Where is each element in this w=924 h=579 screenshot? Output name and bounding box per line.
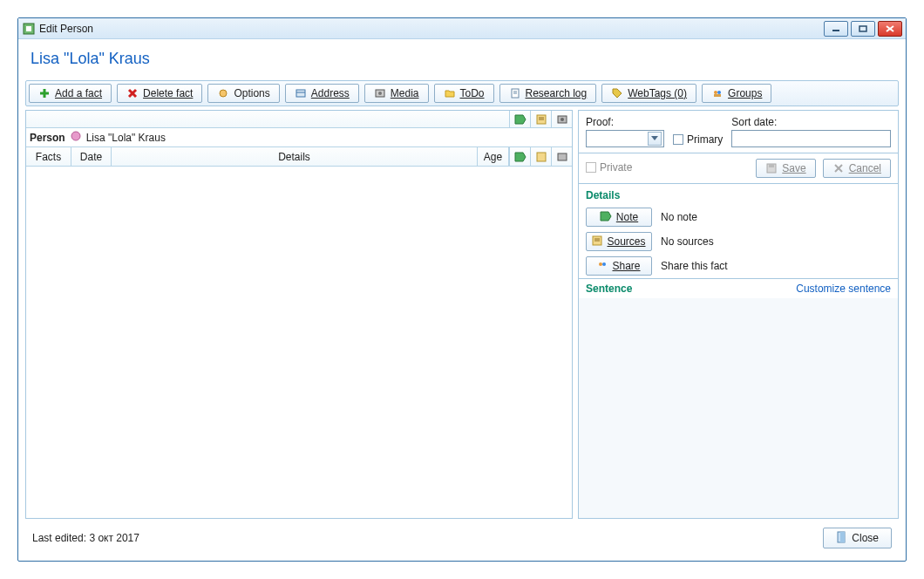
svg-point-25: [561, 118, 564, 121]
chevron-down-icon: [648, 132, 662, 146]
media-column-icon[interactable]: [551, 111, 572, 127]
svg-rect-11: [296, 90, 305, 97]
private-checkbox[interactable]: Private: [586, 161, 632, 174]
sortdate-label: Sort date:: [731, 116, 891, 128]
customize-sentence-link[interactable]: Customize sentence: [796, 283, 891, 295]
delete-fact-button[interactable]: Delete fact: [117, 84, 202, 103]
maximize-button[interactable]: [851, 21, 875, 37]
details-heading: Details: [579, 184, 898, 205]
facts-body: [26, 167, 572, 518]
minimize-button[interactable]: [824, 21, 848, 37]
media-button[interactable]: Media: [364, 84, 429, 103]
col-note-icon[interactable]: [509, 147, 530, 166]
svg-point-19: [717, 91, 721, 94]
sortdate-input[interactable]: [731, 130, 891, 147]
media-icon: [374, 87, 386, 99]
col-source-icon[interactable]: [530, 147, 551, 166]
plus-icon: [38, 87, 51, 99]
svg-rect-39: [840, 532, 845, 542]
window-title: Edit Person: [39, 23, 824, 35]
facts-columns: Facts Date Details Age: [26, 147, 572, 167]
svg-point-26: [71, 132, 80, 140]
todo-button[interactable]: ToDo: [434, 84, 494, 103]
note-icon: [600, 211, 612, 224]
svg-rect-1: [26, 26, 31, 31]
share-text: Share this fact: [661, 260, 728, 272]
folder-icon: [444, 87, 456, 99]
person-row-name: Lisa "Lola" Kraus: [86, 132, 166, 144]
disk-icon: [765, 162, 778, 174]
save-button[interactable]: Save: [756, 159, 815, 178]
cancel-button[interactable]: Cancel: [823, 159, 891, 178]
primary-checkbox[interactable]: Primary: [673, 133, 723, 146]
x-icon: [832, 162, 845, 174]
close-window-button[interactable]: [878, 21, 902, 37]
svg-rect-20: [714, 94, 721, 97]
person-row-label: Person: [30, 132, 65, 144]
last-edited-text: Last edited: 3 окт 2017: [32, 532, 823, 544]
col-details[interactable]: Details: [112, 147, 478, 166]
person-row[interactable]: Person Lisa "Lola" Kraus: [26, 128, 572, 147]
tag-icon: [611, 87, 623, 99]
note-text: No note: [661, 211, 697, 223]
sentence-body: [579, 298, 898, 518]
col-date[interactable]: Date: [71, 147, 112, 166]
edit-person-window: Edit Person Lisa "Lola" Kraus Add a fact…: [17, 17, 907, 562]
facts-panel: Person Lisa "Lola" Kraus Facts Date Deta…: [25, 110, 573, 519]
footer: Last edited: 3 окт 2017 Close: [25, 522, 899, 554]
hand-icon: [217, 87, 229, 99]
note-button[interactable]: Note: [586, 208, 652, 227]
sources-button[interactable]: Sources: [586, 232, 652, 251]
svg-point-18: [714, 91, 717, 94]
door-icon: [836, 531, 846, 546]
toolbar: Add a fact Delete fact Options Address M…: [25, 80, 899, 106]
webtags-button[interactable]: WebTags (0): [601, 84, 696, 103]
share-button[interactable]: Share: [586, 256, 652, 276]
groups-icon: [711, 87, 724, 99]
share-icon: [597, 260, 608, 273]
address-icon: [295, 87, 307, 99]
app-icon: [22, 22, 36, 36]
svg-rect-28: [558, 153, 567, 160]
sources-icon: [592, 235, 602, 249]
sources-text: No sources: [661, 235, 714, 248]
svg-point-10: [220, 90, 227, 97]
person-name-heading: Lisa "Lola" Kraus: [25, 44, 899, 77]
note-column-icon[interactable]: [509, 111, 530, 127]
proof-dropdown[interactable]: [586, 130, 664, 147]
svg-point-37: [602, 262, 606, 266]
svg-point-36: [599, 262, 602, 266]
svg-point-14: [378, 92, 382, 95]
log-icon: [509, 87, 521, 99]
sentence-heading: Sentence: [586, 283, 796, 295]
col-facts[interactable]: Facts: [26, 147, 71, 166]
col-age[interactable]: Age: [478, 147, 509, 166]
source-column-icon[interactable]: [530, 111, 551, 127]
research-log-button[interactable]: Research log: [499, 84, 597, 103]
detail-panel: Proof: Primary Sort date: Private Save: [578, 110, 899, 519]
svg-rect-27: [537, 153, 546, 161]
options-button[interactable]: Options: [207, 84, 279, 103]
titlebar: Edit Person: [18, 18, 906, 39]
col-media-icon[interactable]: [551, 147, 572, 166]
add-fact-button[interactable]: Add a fact: [29, 84, 112, 103]
close-button[interactable]: Close: [823, 528, 892, 548]
svg-rect-3: [859, 26, 866, 31]
svg-rect-30: [769, 164, 774, 167]
person-gender-icon: [71, 131, 81, 144]
proof-label: Proof:: [586, 116, 664, 128]
x-icon: [126, 87, 139, 99]
groups-button[interactable]: Groups: [702, 84, 771, 103]
address-button[interactable]: Address: [285, 84, 359, 103]
